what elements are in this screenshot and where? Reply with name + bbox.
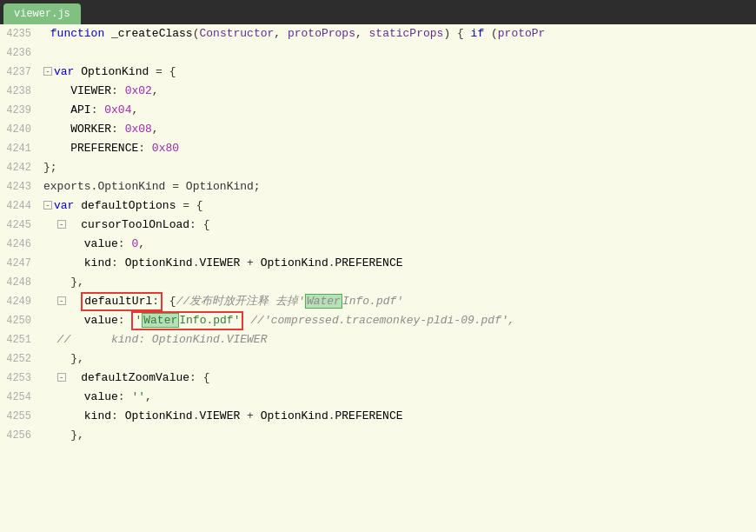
line-number: 4255 (0, 407, 40, 426)
tab-label: viewer.js (14, 8, 70, 20)
code-line: 4236 (0, 43, 756, 63)
water-highlight2: Water (142, 313, 179, 328)
line-number: 4246 (0, 235, 40, 254)
line-number: 4253 (0, 369, 40, 388)
code-line: 4246 value: 0, (0, 235, 756, 254)
line-content: kind: OptionKind.VIEWER + OptionKind.PRE… (40, 254, 756, 273)
line-number: 4252 (0, 349, 40, 369)
line-content: function _createClass(Constructor, proto… (40, 24, 756, 43)
line-number: 4235 (0, 24, 40, 43)
code-line: 4243 exports.OptionKind = OptionKind; (0, 177, 756, 196)
line-content: // kind: OptionKind.VIEWER (40, 330, 756, 349)
fold-icon[interactable]: - (57, 220, 66, 229)
line-number: 4254 (0, 388, 40, 407)
line-content: }, (40, 349, 756, 369)
code-line: 4250 value: 'WaterInfo.pdf' //'compresse… (0, 311, 756, 330)
code-line: 4245 - cursorToolOnLoad: { (0, 216, 756, 235)
water-highlight: Water (305, 294, 342, 309)
code-line: 4252 }, (0, 349, 756, 369)
code-line: 4251 // kind: OptionKind.VIEWER (0, 330, 756, 349)
line-number: 4236 (0, 43, 40, 63)
defaulturl-key: defaultUrl: (81, 292, 162, 311)
line-number: 4243 (0, 177, 40, 196)
line-number: 4239 (0, 101, 40, 120)
line-content: API: 0x04, (40, 101, 756, 120)
file-tab[interactable]: viewer.js (3, 3, 81, 24)
line-number: 4240 (0, 120, 40, 139)
line-content: value: 'WaterInfo.pdf' //'compressed.tra… (40, 311, 756, 330)
line-content: }, (40, 426, 756, 445)
code-line: 4255 kind: OptionKind.VIEWER + OptionKin… (0, 407, 756, 426)
code-line: 4239 API: 0x04, (0, 101, 756, 120)
code-area: 4235 function _createClass(Constructor, … (0, 24, 756, 532)
code-line: 4248 }, (0, 273, 756, 292)
line-content: exports.OptionKind = OptionKind; (40, 177, 756, 196)
code-line: 4244 -var defaultOptions = { (0, 196, 756, 216)
code-line: 4253 - defaultZoomValue: { (0, 369, 756, 388)
line-content: -var OptionKind = { (40, 63, 756, 82)
line-number: 4242 (0, 158, 40, 177)
line-number: 4248 (0, 273, 40, 292)
waterinfo-value: 'WaterInfo.pdf' (131, 311, 243, 330)
code-line: 4235 function _createClass(Constructor, … (0, 24, 756, 43)
line-number: 4249 (0, 292, 40, 311)
line-number: 4237 (0, 63, 40, 82)
line-content: kind: OptionKind.VIEWER + OptionKind.PRE… (40, 407, 756, 426)
line-content: - defaultUrl: {//发布时放开注释 去掉'WaterInfo.pd… (40, 292, 756, 311)
line-content: -var defaultOptions = { (40, 196, 756, 216)
line-number: 4250 (0, 311, 40, 330)
fold-icon[interactable]: - (43, 201, 52, 209)
line-content: value: '', (40, 388, 756, 407)
line-number: 4238 (0, 82, 40, 101)
editor-window: viewer.js 4235 function _createClass(Con… (0, 0, 756, 532)
line-number: 4241 (0, 139, 40, 158)
line-content: PREFERENCE: 0x80 (40, 139, 756, 158)
fold-icon[interactable]: - (57, 373, 66, 382)
line-content: }; (40, 158, 756, 177)
line-number: 4245 (0, 216, 40, 235)
tab-bar: viewer.js (0, 0, 756, 24)
line-content: WORKER: 0x08, (40, 120, 756, 139)
code-line: 4240 WORKER: 0x08, (0, 120, 756, 139)
fold-icon[interactable]: - (43, 67, 52, 76)
code-line: 4249 - defaultUrl: {//发布时放开注释 去掉'WaterIn… (0, 292, 756, 311)
line-number: 4256 (0, 426, 40, 445)
line-content: }, (40, 273, 756, 292)
line-content: - cursorToolOnLoad: { (40, 216, 756, 235)
line-content (40, 43, 756, 63)
code-line: 4237 -var OptionKind = { (0, 63, 756, 82)
line-content: value: 0, (40, 235, 756, 254)
fold-icon[interactable]: - (57, 296, 66, 305)
line-content: - defaultZoomValue: { (40, 369, 756, 388)
line-number: 4247 (0, 254, 40, 273)
code-line: 4256 }, (0, 426, 756, 445)
code-line: 4247 kind: OptionKind.VIEWER + OptionKin… (0, 254, 756, 273)
code-line: 4238 VIEWER: 0x02, (0, 82, 756, 101)
code-line: 4254 value: '', (0, 388, 756, 407)
line-number: 4251 (0, 330, 40, 349)
line-content: VIEWER: 0x02, (40, 82, 756, 101)
code-line: 4242 }; (0, 158, 756, 177)
line-number: 4244 (0, 196, 40, 216)
code-line: 4241 PREFERENCE: 0x80 (0, 139, 756, 158)
